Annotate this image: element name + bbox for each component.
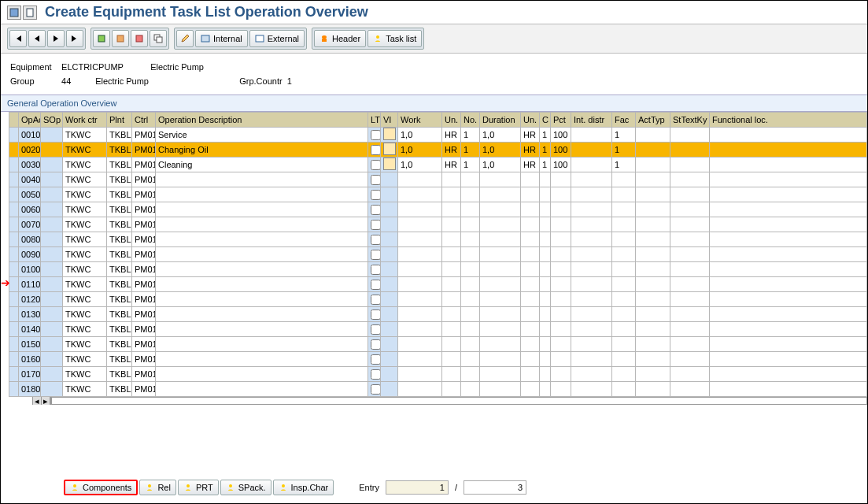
col-lt[interactable]: LT xyxy=(368,113,381,128)
scroll-left-icon[interactable]: ◂ xyxy=(33,397,42,405)
col-sop[interactable]: SOp xyxy=(41,113,63,128)
tasklist-button[interactable]: Task list xyxy=(368,30,422,47)
scroll-right-icon[interactable]: ▸ xyxy=(42,397,50,405)
svg-rect-0 xyxy=(10,9,18,17)
spack-button[interactable]: SPack. xyxy=(220,480,271,495)
table-row[interactable]: 0140TKWCTKBLPM01 xyxy=(9,322,867,337)
svg-rect-3 xyxy=(117,35,124,42)
equipment-label: Equipment xyxy=(10,60,59,74)
delete-row-icon[interactable] xyxy=(131,30,148,47)
insert-below-icon[interactable] xyxy=(112,30,129,47)
table-row[interactable]: 0030TKWCTKBLPM01Cleaning1,0HR11,0HR11001 xyxy=(9,158,867,172)
components-button[interactable]: Components xyxy=(64,480,138,495)
col-acttyp[interactable]: ActTyp xyxy=(636,113,670,128)
svg-point-15 xyxy=(229,484,232,487)
col-workctr[interactable]: Work ctr xyxy=(63,113,107,128)
col-vi[interactable]: VI xyxy=(381,113,398,128)
internal-button[interactable]: Internal xyxy=(195,30,248,47)
svg-rect-8 xyxy=(256,35,264,42)
selection-arrow-icon: ➔ xyxy=(1,276,10,289)
col-opdesc[interactable]: Operation Description xyxy=(156,113,368,128)
svg-point-9 xyxy=(322,35,327,39)
table-row[interactable]: 0060TKWCTKBLPM01 xyxy=(9,202,867,217)
col-plnt[interactable]: Plnt xyxy=(107,113,132,128)
svg-point-14 xyxy=(187,484,190,487)
table-row[interactable]: 0150TKWCTKBLPM01 xyxy=(9,337,867,352)
external-button[interactable]: External xyxy=(249,30,305,47)
col-pct[interactable]: Pct xyxy=(551,113,571,128)
col-opac[interactable]: OpAc xyxy=(19,113,41,128)
table-row[interactable]: 0170TKWCTKBLPM01 xyxy=(9,367,867,382)
svg-point-16 xyxy=(282,484,285,487)
table-row[interactable]: 0040TKWCTKBLPM01 xyxy=(9,172,867,187)
svg-rect-1 xyxy=(27,9,33,17)
col-dur[interactable]: Duration xyxy=(480,113,521,128)
page-title: Create Equipment Task List Operation Ove… xyxy=(45,4,368,20)
prt-button[interactable]: PRT xyxy=(178,480,219,495)
table-row[interactable]: 0130TKWCTKBLPM01 xyxy=(9,307,867,322)
col-no[interactable]: No. xyxy=(461,113,480,128)
group-value: 44 xyxy=(61,74,93,88)
svg-rect-4 xyxy=(136,35,142,42)
table-row[interactable]: 0120TKWCTKBLPM01 xyxy=(9,292,867,307)
edit-icon[interactable] xyxy=(176,30,194,47)
table-row[interactable]: 0070TKWCTKBLPM01 xyxy=(9,217,867,232)
vi-icon[interactable] xyxy=(383,128,396,140)
col-un2[interactable]: Un. xyxy=(521,113,540,128)
grpcountr-value: 1 xyxy=(287,76,292,86)
vi-icon[interactable] xyxy=(383,143,396,155)
operation-grid[interactable]: OpAc SOp Work ctr Plnt Ctrl Operation De… xyxy=(9,112,867,397)
document-icon[interactable] xyxy=(23,6,37,20)
last-button[interactable] xyxy=(66,30,83,47)
header-button[interactable]: Header xyxy=(314,30,366,47)
col-funcloc[interactable]: Functional loc. xyxy=(710,113,867,128)
table-row[interactable]: 0050TKWCTKBLPM01 xyxy=(9,187,867,202)
entry-sep: / xyxy=(455,483,457,492)
copy-row-icon[interactable] xyxy=(150,30,167,47)
table-row[interactable]: 0010TKWCTKBLPM01Service1,0HR11,0HR11001 xyxy=(9,128,867,143)
svg-rect-7 xyxy=(201,35,209,42)
group-desc: Electric Pump xyxy=(95,74,237,88)
svg-rect-6 xyxy=(157,37,162,43)
entry-total xyxy=(464,480,526,495)
grpcountr-label: Grp.Countr xyxy=(239,76,282,86)
prev-button[interactable] xyxy=(28,30,46,47)
panel-title: General Operation Overview xyxy=(1,94,867,112)
table-row[interactable]: 0020TKWCTKBLPM01Changing Oil1,0HR11,0HR1… xyxy=(9,143,867,158)
next-button[interactable] xyxy=(47,30,65,47)
insert-above-icon[interactable] xyxy=(93,30,110,47)
first-button[interactable] xyxy=(9,30,27,47)
svg-point-13 xyxy=(148,484,151,487)
svg-point-12 xyxy=(73,484,76,487)
col-work[interactable]: Work xyxy=(398,113,442,128)
vi-icon[interactable] xyxy=(383,158,396,170)
equipment-desc: Electric Pump xyxy=(150,62,204,72)
col-sttxt[interactable]: StTextKy xyxy=(670,113,710,128)
svg-rect-2 xyxy=(98,35,105,42)
equipment-value: ELCTRICPUMP xyxy=(61,60,148,74)
entry-input[interactable] xyxy=(386,480,449,495)
svg-point-11 xyxy=(376,35,379,39)
col-ctrl[interactable]: Ctrl xyxy=(132,113,156,128)
group-label: Group xyxy=(10,74,59,88)
display-icon[interactable] xyxy=(7,6,21,20)
entry-label: Entry xyxy=(359,483,379,492)
inspchar-button[interactable]: Insp.Char xyxy=(273,480,334,495)
rel-button[interactable]: Rel xyxy=(139,480,176,495)
info-area: Equipment ELCTRICPUMP Electric Pump Grou… xyxy=(1,54,867,94)
table-row[interactable]: 0080TKWCTKBLPM01 xyxy=(9,232,867,247)
svg-rect-10 xyxy=(322,39,327,42)
grid-header-row: OpAc SOp Work ctr Plnt Ctrl Operation De… xyxy=(9,113,867,128)
table-row[interactable]: 0160TKWCTKBLPM01 xyxy=(9,352,867,367)
col-intd[interactable]: Int. distr xyxy=(571,113,612,128)
table-row[interactable]: 0100TKWCTKBLPM01 xyxy=(9,262,867,277)
col-fac[interactable]: Fac xyxy=(612,113,636,128)
table-row[interactable]: 0090TKWCTKBLPM01 xyxy=(9,247,867,262)
toolbar: Internal External Header Task list xyxy=(1,24,867,54)
table-row[interactable]: 0110TKWCTKBLPM01 xyxy=(9,277,867,292)
table-row[interactable]: 0180TKWCTKBLPM01 xyxy=(9,382,867,397)
col-c[interactable]: C xyxy=(540,113,551,128)
col-un1[interactable]: Un. xyxy=(442,113,461,128)
